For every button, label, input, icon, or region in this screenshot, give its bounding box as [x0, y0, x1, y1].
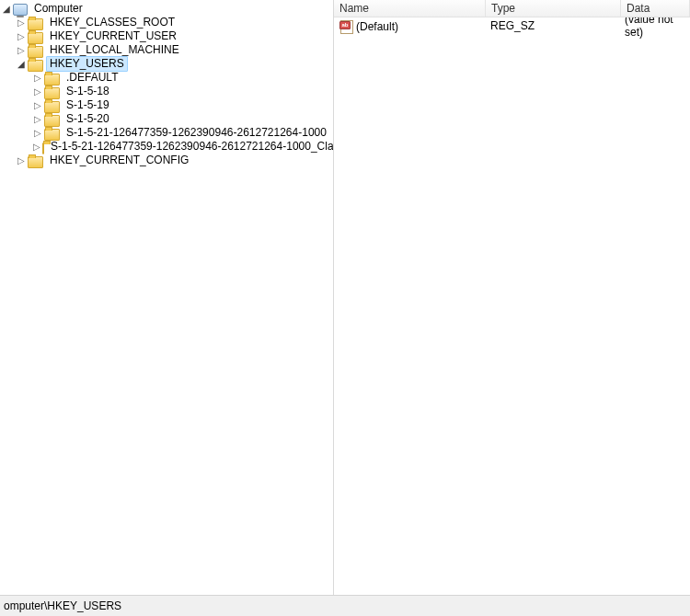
folder-icon	[44, 101, 60, 113]
expand-toggle-icon[interactable]: ▷	[17, 46, 26, 55]
tree-node-key[interactable]: ▷S-1-5-21-126477359-1262390946-261272126…	[0, 126, 333, 140]
collapse-toggle-icon[interactable]: ◢	[17, 60, 26, 69]
tree-node-hive[interactable]: ▷HKEY_LOCAL_MACHINE	[0, 43, 333, 57]
folder-icon	[28, 32, 43, 44]
column-header-name[interactable]: Name	[334, 0, 486, 17]
expand-toggle-icon[interactable]: ▷	[33, 115, 42, 124]
expand-toggle-icon[interactable]: ▷	[33, 143, 40, 152]
expand-toggle-icon[interactable]: ▷	[17, 18, 26, 28]
value-name-cell: ab(Default)	[334, 17, 485, 34]
tree-node-computer[interactable]: ◢ Computer	[0, 2, 333, 16]
computer-icon	[13, 4, 28, 16]
tree-node-hive[interactable]: ▷HKEY_CURRENT_CONFIG	[0, 154, 333, 167]
string-value-icon: ab	[339, 20, 354, 32]
folder-icon	[28, 46, 43, 58]
expand-toggle-icon[interactable]: ▷	[33, 101, 42, 110]
column-header-type[interactable]: Type	[486, 0, 621, 17]
tree-node-key[interactable]: ▷.DEFAULT	[0, 71, 333, 85]
folder-icon	[44, 115, 60, 127]
folder-icon	[28, 156, 43, 168]
tree-node-hive[interactable]: ▷HKEY_CLASSES_ROOT	[0, 16, 333, 29]
tree-node-key[interactable]: ▷S-1-5-19	[0, 98, 333, 112]
tree-node-hive[interactable]: ◢HKEY_USERS	[0, 57, 333, 71]
values-list-pane[interactable]: Name Type Data ab(Default)REG_SZ(value n…	[334, 0, 690, 595]
status-bar: omputer\HKEY_USERS	[0, 595, 690, 616]
folder-icon	[44, 87, 60, 99]
expand-toggle-icon[interactable]: ▷	[33, 74, 42, 83]
tree-label: HKEY_CURRENT_CONFIG	[46, 153, 192, 168]
expand-toggle-icon[interactable]: ▷	[17, 32, 26, 41]
folder-icon	[44, 129, 60, 141]
expand-toggle-icon[interactable]: ◢	[2, 5, 11, 14]
tree-node-hive[interactable]: ▷HKEY_CURRENT_USER	[0, 29, 333, 43]
expand-toggle-icon[interactable]: ▷	[33, 87, 42, 97]
list-header: Name Type Data	[334, 0, 690, 17]
folder-icon	[28, 18, 43, 30]
tree-node-key[interactable]: ▷S-1-5-18	[0, 85, 333, 98]
folder-icon	[28, 60, 43, 72]
column-header-data[interactable]: Data	[621, 0, 690, 17]
tree-node-key[interactable]: ▷S-1-5-21-126477359-1262390946-261272126…	[0, 140, 333, 154]
expand-toggle-icon[interactable]: ▷	[33, 129, 42, 138]
expand-toggle-icon[interactable]: ▷	[17, 156, 26, 165]
value-row[interactable]: ab(Default)REG_SZ(value not set)	[334, 17, 690, 33]
value-name: (Default)	[356, 20, 398, 33]
tree-node-key[interactable]: ▷S-1-5-20	[0, 112, 333, 126]
folder-icon	[44, 74, 60, 86]
status-path: omputer\HKEY_USERS	[4, 599, 121, 612]
folder-icon	[42, 143, 44, 154]
tree-pane[interactable]: ◢ Computer ▷HKEY_CLASSES_ROOT▷HKEY_CURRE…	[0, 0, 334, 595]
value-type-cell: REG_SZ	[485, 18, 619, 33]
